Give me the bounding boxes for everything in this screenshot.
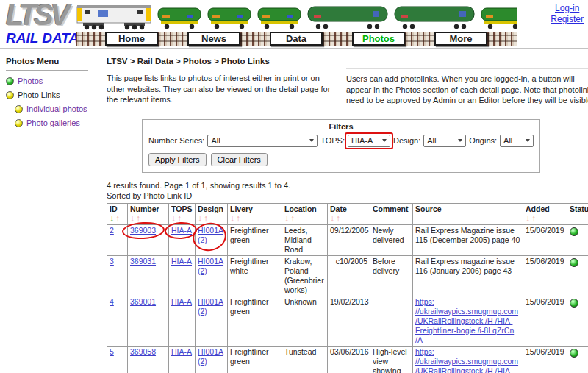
location-cell: Krakow, Poland (Greenbrier works) <box>282 255 328 296</box>
sidebar-divider <box>6 70 88 71</box>
filters-panel: Filters Number Series: All TOPS: HIA-A <box>142 119 540 173</box>
sort-asc-icon[interactable]: ↑ <box>136 213 142 224</box>
logo-ltsv-text: LTSV <box>6 0 79 29</box>
clear-filters-button[interactable]: Clear Filters <box>211 153 268 166</box>
status-approved-icon <box>570 349 578 358</box>
photo-links-table: ID ↓↑ Number ↓↑ TOPS ↓↑ Design ↓↑ Livery… <box>107 203 588 373</box>
col-header-location[interactable]: Location ↓↑ <box>282 203 328 224</box>
tops-link[interactable]: HIA-A <box>171 297 192 306</box>
site-header: LTSV RAIL DATA <box>0 0 588 49</box>
tab-more[interactable]: More <box>434 32 487 46</box>
table-row: 2 369003 HIA-A HI001A (2) Freightliner g… <box>107 224 588 255</box>
source-link[interactable]: https: //ukrailwaypics.smugmug.com /UKRa… <box>415 297 518 344</box>
tops-label: TOPS: <box>320 136 345 145</box>
green-dot-icon <box>6 77 14 85</box>
tops-link[interactable]: HIA-A <box>171 257 192 266</box>
col-header-id[interactable]: ID ↓↑ <box>107 203 128 224</box>
sort-asc-icon[interactable]: ↑ <box>336 213 342 224</box>
sidebar-item-label[interactable]: Individual photos <box>26 104 87 113</box>
sort-asc-icon[interactable]: ↑ <box>177 213 183 224</box>
design-link[interactable]: HI001A (2) <box>198 226 223 244</box>
col-header-number[interactable]: Number ↓↑ <box>128 203 169 224</box>
col-header-added[interactable]: Added ↓↑ <box>523 203 567 224</box>
tops-select-wrapper: HIA-A <box>348 135 390 147</box>
location-cell: Leeds, Midland Road <box>282 224 328 255</box>
sort-desc-icon[interactable]: ↓ <box>130 213 136 224</box>
id-link[interactable]: 3 <box>110 257 114 266</box>
col-header-tops[interactable]: TOPS ↓↑ <box>169 203 196 224</box>
location-cell: Unknown <box>282 296 328 346</box>
apply-filters-button[interactable]: Apply Filters <box>148 153 207 166</box>
tab-home[interactable]: Home <box>105 32 158 46</box>
results-count-text: 4 results found. Page 1 of 1, showing re… <box>107 180 588 191</box>
breadcrumb: LTSV > Rail Data > Photos > Photo Links <box>107 57 588 65</box>
sidebar-item-photos[interactable]: Photos <box>6 77 96 85</box>
tab-news[interactable]: News <box>187 32 240 46</box>
red-circle-annotation <box>190 219 229 254</box>
sidebar-item-label[interactable]: Photo galleries <box>26 118 80 127</box>
number-link[interactable]: 369001 <box>130 297 156 306</box>
source-cell: Rail Express Magazine issue 115 (Decembe… <box>413 224 523 255</box>
col-header-status: Status <box>567 203 588 224</box>
col-header-design[interactable]: Design ↓↑ <box>196 203 228 224</box>
id-link[interactable]: 4 <box>110 297 114 306</box>
col-header-source: Source <box>413 203 523 224</box>
col-header-livery[interactable]: Livery ↓↑ <box>228 203 282 224</box>
sort-desc-icon[interactable]: ↓ <box>230 213 236 224</box>
origins-value: All <box>503 136 512 145</box>
sidebar-item-photo-links[interactable]: Photo Links <box>6 90 96 99</box>
design-link[interactable]: HI001A (2) <box>198 297 223 316</box>
sort-desc-icon[interactable]: ↓ <box>198 213 204 224</box>
livery-cell: Freightliner green <box>228 296 282 346</box>
design-label: Design: <box>393 136 420 145</box>
filters-title: Filters <box>148 122 534 131</box>
sort-asc-icon[interactable]: ↑ <box>290 213 296 224</box>
sort-asc-icon[interactable]: ↑ <box>204 213 209 224</box>
chevron-down-icon <box>526 139 530 142</box>
sort-desc-icon[interactable]: ↓ <box>284 213 290 224</box>
sort-desc-icon[interactable]: ↓ <box>110 213 115 224</box>
col-header-date[interactable]: Date ↓↑ <box>328 203 370 224</box>
sort-desc-icon[interactable]: ↓ <box>171 213 177 224</box>
sidebar-item-photo-galleries[interactable]: Photo galleries <box>15 118 96 127</box>
tops-link[interactable]: HIA-A <box>171 347 192 356</box>
source-link[interactable]: https: //ukrailwaypics.smugmug.com /UKRa… <box>415 347 519 373</box>
sort-asc-icon[interactable]: ↑ <box>115 213 121 224</box>
page: LTSV RAIL DATA <box>0 0 588 373</box>
comment-cell: High-level view showing some interior de… <box>370 346 413 373</box>
sort-asc-icon[interactable]: ↑ <box>236 213 242 224</box>
id-link[interactable]: 2 <box>110 226 114 235</box>
number-link[interactable]: 369058 <box>130 347 156 356</box>
tops-select[interactable]: HIA-A <box>348 135 390 147</box>
site-logo[interactable]: LTSV RAIL DATA <box>6 0 79 45</box>
sort-desc-icon[interactable]: ↓ <box>526 213 531 224</box>
table-row: 4 369001 HIA-A HI001A (2) Freightliner g… <box>107 296 588 346</box>
number-series-select[interactable]: All <box>207 135 318 147</box>
design-select[interactable]: All <box>423 135 466 147</box>
comment-cell: Before delivery <box>370 255 413 296</box>
sort-asc-icon[interactable]: ↑ <box>531 213 537 224</box>
content-area: Photos Menu Photos Photo Links Individua… <box>0 49 588 373</box>
id-link[interactable]: 5 <box>110 347 114 356</box>
design-link[interactable]: HI001A (2) <box>198 347 223 366</box>
sidebar: Photos Menu Photos Photo Links Individua… <box>0 49 96 373</box>
chevron-down-icon <box>382 139 387 142</box>
origins-select[interactable]: All <box>500 135 534 147</box>
tops-link[interactable]: HIA-A <box>171 226 192 235</box>
login-link[interactable]: Log-in <box>551 3 584 14</box>
design-link[interactable]: HI001A (2) <box>198 257 223 275</box>
filters-buttons: Apply Filters Clear Filters <box>148 153 534 166</box>
table-header-row: ID ↓↑ Number ↓↑ TOPS ↓↑ Design ↓↑ Livery… <box>107 203 588 224</box>
sort-desc-icon[interactable]: ↓ <box>330 213 336 224</box>
yellow-dot-icon <box>15 105 23 113</box>
design-value: All <box>427 136 436 145</box>
sort-note-text: Sorted by Photo Link ID <box>107 191 588 201</box>
sidebar-item-label[interactable]: Photos <box>18 77 43 85</box>
tab-photos[interactable]: Photos <box>352 32 405 46</box>
number-link[interactable]: 369031 <box>130 257 156 266</box>
number-link[interactable]: 369003 <box>130 226 156 235</box>
sidebar-item-individual-photos[interactable]: Individual photos <box>15 104 96 113</box>
tab-data[interactable]: Data <box>270 32 323 46</box>
status-approved-icon <box>570 258 578 267</box>
register-link[interactable]: Register <box>551 14 584 25</box>
